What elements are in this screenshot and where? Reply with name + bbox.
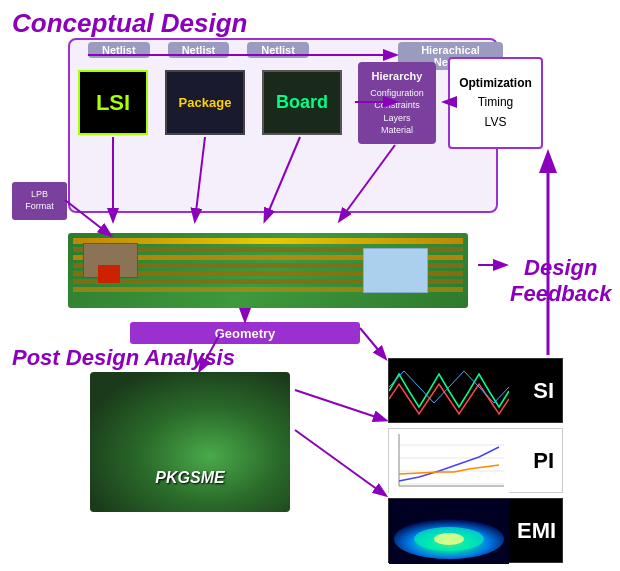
hierarchy-title: Hierarchy (372, 69, 423, 84)
pi-chart (389, 429, 525, 492)
analysis-image-inner (90, 372, 290, 512)
pi-box: PI (388, 428, 563, 493)
optimization-label: Optimization (459, 74, 532, 93)
lvs-label: LVS (485, 113, 507, 132)
netlist-labels-row: Netlist Netlist Netlist (78, 42, 309, 58)
analysis-image: PKGSME (90, 372, 290, 512)
hierarchy-config: Configuration (370, 87, 424, 100)
pcb-connector (363, 248, 428, 293)
package-component: Package (165, 70, 245, 135)
svg-line-22 (295, 390, 385, 420)
si-waveform (389, 359, 509, 422)
lpb-format-box: LPBFormat (12, 182, 67, 220)
pi-label: PI (525, 448, 562, 474)
si-graph (389, 359, 525, 422)
geometry-label: Geometry (130, 322, 360, 344)
conceptual-design-title: Conceptual Design (12, 8, 247, 39)
post-design-title: Post Design Analysis (12, 345, 235, 371)
lsi-component: LSI (78, 70, 148, 135)
si-box: SI (388, 358, 563, 423)
emi-visualization (389, 499, 509, 564)
hierarchy-box: Hierarchy Configuration Constraints Laye… (358, 62, 436, 144)
main-container: Conceptual Design Netlist Netlist Netlis… (0, 0, 620, 571)
pi-chart-svg (389, 429, 509, 494)
pcb-chip-red (98, 265, 120, 283)
hierarchy-constraints: Constraints (374, 99, 420, 112)
pcb-board (68, 233, 468, 308)
timing-label: Timing (478, 93, 514, 112)
svg-line-23 (295, 430, 385, 495)
board-label: Board (276, 92, 328, 113)
lpb-label: LPBFormat (25, 189, 54, 212)
netlist-label-3: Netlist (247, 42, 309, 58)
pcb-container (68, 218, 478, 313)
design-feedback-text: DesignFeedback (510, 255, 612, 306)
svg-line-21 (360, 328, 385, 358)
pkgsme-label: PKGSME (155, 469, 224, 487)
hierarchy-material: Material (381, 124, 413, 137)
netlist-label-2: Netlist (168, 42, 230, 58)
optimization-box: Optimization Timing LVS (448, 57, 543, 149)
emi-label: EMI (509, 518, 564, 544)
hierarchy-layers: Layers (383, 112, 410, 125)
netlist-label-1: Netlist (88, 42, 150, 58)
emi-visual (389, 499, 509, 562)
lsi-label: LSI (96, 90, 130, 116)
si-label: SI (525, 378, 562, 404)
board-component: Board (262, 70, 342, 135)
package-label: Package (179, 95, 232, 110)
design-feedback-label: DesignFeedback (510, 255, 612, 308)
emi-box: EMI (388, 498, 563, 563)
svg-point-11 (434, 533, 464, 545)
